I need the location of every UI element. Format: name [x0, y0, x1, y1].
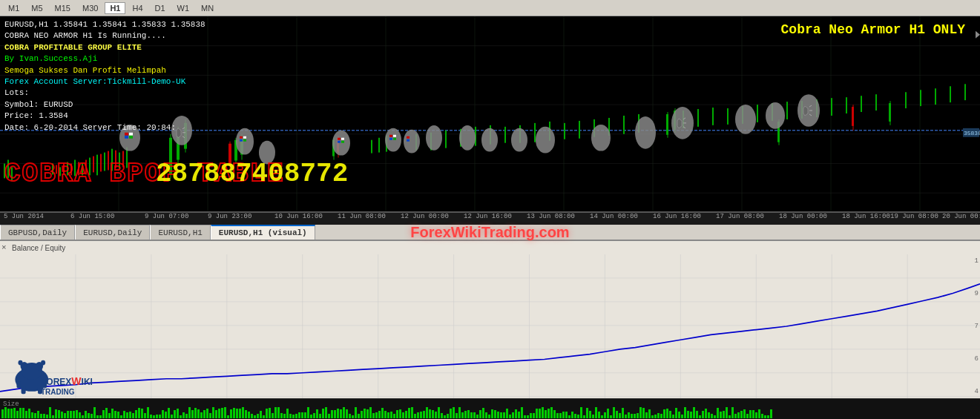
- svg-rect-68: [371, 140, 372, 154]
- green-bar: [467, 410, 470, 418]
- green-bar: [185, 414, 188, 418]
- green-bar: [218, 409, 220, 418]
- tab-gbpusd-daily[interactable]: GBPUSD,Daily: [0, 225, 75, 240]
- time-label-8: 12 Jun 16:00: [464, 213, 512, 220]
- tf-h1[interactable]: H1: [105, 2, 125, 14]
- svg-rect-157: [0, 254, 980, 398]
- tf-d1[interactable]: D1: [150, 2, 171, 14]
- green-bar: [328, 414, 330, 418]
- tab-eurusd-h1-visual[interactable]: EURUSD,H1 (visual): [211, 225, 315, 240]
- green-bar: [64, 413, 66, 418]
- panel-close-button[interactable]: ×: [1, 243, 7, 252]
- green-bar: [660, 414, 662, 418]
- green-bar: [583, 415, 585, 418]
- green-bar: [619, 413, 621, 418]
- green-bar: [79, 412, 81, 418]
- green-bar: [470, 412, 473, 418]
- group-elite-text: COBRA PROFITABLE GROUP ELITE: [4, 42, 205, 53]
- green-bar: [539, 409, 541, 418]
- green-bar: [512, 412, 514, 418]
- svg-rect-138: [341, 138, 344, 140]
- green-bar: [746, 414, 749, 418]
- green-bar: [574, 414, 576, 418]
- green-bar: [197, 409, 200, 418]
- svg-rect-103: [935, 88, 936, 105]
- main-chart: 35838 EURUSD,H1 1.35841 1.35841 1.35833 …: [0, 16, 980, 213]
- svg-rect-77: [504, 127, 506, 143]
- green-bar: [758, 409, 760, 418]
- tf-m15[interactable]: M15: [50, 2, 76, 14]
- green-bar: [749, 410, 752, 418]
- green-bar: [405, 411, 407, 418]
- tf-h4[interactable]: H4: [127, 2, 148, 14]
- green-bar: [550, 407, 553, 418]
- green-bar: [533, 413, 535, 418]
- green-bar: [114, 411, 116, 418]
- green-bar: [37, 411, 39, 418]
- green-bar: [648, 409, 651, 418]
- green-bar: [34, 413, 36, 418]
- green-bar: [536, 409, 538, 418]
- green-bar: [227, 415, 229, 418]
- green-bar: [46, 415, 48, 418]
- green-bar: [111, 409, 114, 418]
- green-bar: [767, 415, 769, 418]
- green-bar: [209, 413, 211, 418]
- cobra-neo-armor-title: Cobra Neo Armor H1 ONLY: [781, 22, 965, 37]
- green-bar: [245, 410, 247, 418]
- green-bar: [352, 415, 354, 418]
- green-bar: [464, 411, 467, 418]
- scale-3: 9: [963, 290, 979, 297]
- green-bar: [316, 409, 318, 418]
- svg-point-122: [766, 102, 785, 129]
- green-bar: [93, 407, 96, 418]
- green-bar: [622, 408, 624, 418]
- green-bar: [126, 412, 128, 418]
- green-bar: [604, 412, 606, 418]
- svg-point-117: [536, 127, 555, 154]
- tf-w1[interactable]: W1: [172, 2, 195, 14]
- scale-5: 7: [963, 323, 979, 330]
- green-bar: [453, 407, 455, 418]
- green-bar: [458, 407, 461, 418]
- green-bar: [642, 408, 645, 418]
- green-bar: [737, 412, 740, 418]
- tf-m30[interactable]: M30: [77, 2, 103, 14]
- green-bar: [67, 411, 69, 418]
- green-bar: [542, 407, 544, 418]
- green-bar: [681, 415, 683, 418]
- green-bar: [230, 409, 232, 418]
- svg-point-118: [591, 125, 611, 151]
- green-bar: [159, 415, 161, 418]
- tab-eurusd-h1[interactable]: EURUSD,H1: [150, 225, 210, 240]
- green-bar: [393, 414, 395, 418]
- svg-text:35838: 35838: [964, 130, 980, 136]
- green-bar: [141, 409, 143, 418]
- green-bar: [435, 412, 437, 418]
- tab-eurusd-daily[interactable]: EURUSD,Daily: [75, 225, 150, 240]
- green-bar: [384, 411, 387, 418]
- svg-rect-100: [875, 94, 877, 110]
- tf-m1[interactable]: M1: [3, 2, 24, 14]
- green-bar: [547, 409, 550, 418]
- green-bar: [322, 409, 324, 418]
- svg-rect-69: [378, 138, 380, 153]
- green-bar: [711, 414, 713, 418]
- svg-rect-133: [240, 139, 243, 142]
- tf-m5[interactable]: M5: [26, 2, 47, 14]
- green-bar: [123, 411, 125, 418]
- green-bar: [456, 413, 458, 418]
- scale-1: 1: [963, 257, 979, 265]
- tf-mn[interactable]: MN: [196, 2, 219, 14]
- svg-rect-85: [623, 116, 625, 134]
- green-bar: [144, 413, 146, 418]
- green-bar: [313, 413, 315, 418]
- green-bar: [251, 414, 253, 418]
- green-bar: [740, 411, 743, 418]
- green-bar: [429, 409, 431, 418]
- green-bar: [518, 412, 520, 418]
- green-bar: [280, 413, 283, 418]
- green-bar: [479, 410, 481, 418]
- green-bar: [206, 409, 208, 418]
- green-bar: [180, 415, 182, 418]
